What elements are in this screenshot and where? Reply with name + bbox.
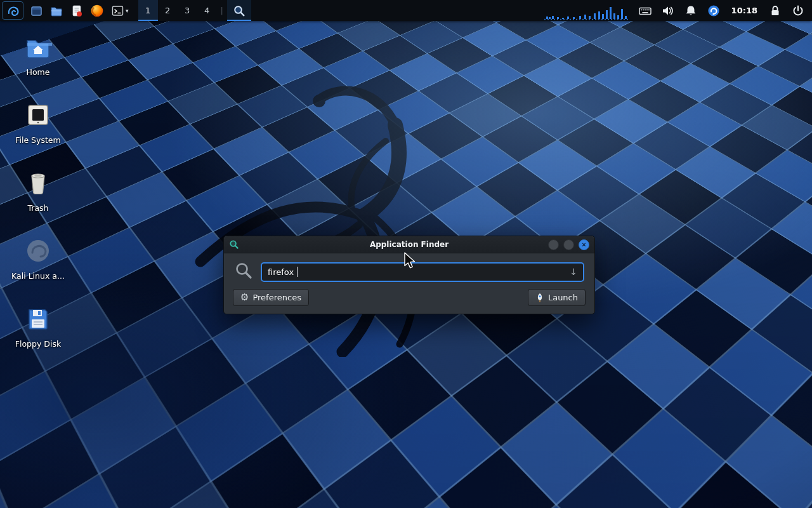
desktop-icon-label: Home [27,67,50,77]
desktop-icon-trash[interactable]: Trash [5,166,71,224]
volume-button[interactable] [657,0,679,21]
cpu-graph-icon [544,6,630,21]
gear-icon: ⚙ [240,293,249,302]
application-finder-window: Application Finder × firefox [223,236,595,314]
launch-label: Launch [548,293,578,302]
home-folder-icon [24,30,52,64]
document-icon [70,4,84,18]
trash-icon [25,166,51,199]
floppy-disk-icon [25,302,51,335]
lock-icon [768,4,782,18]
firefox-icon [90,4,104,18]
window-launcher-button[interactable] [26,0,46,21]
kali-docs-icon [25,234,51,267]
minimize-button[interactable] [548,239,559,250]
close-button[interactable]: × [579,239,589,250]
power-icon [791,4,805,18]
workspace-label: 1 [145,6,150,15]
desktop-icon-kali-docs[interactable]: Kali Linux a... [5,234,71,292]
desktop-icons: Home File System Trash [5,30,71,370]
folder-icon [49,4,63,18]
clock[interactable]: 10:18 [725,0,764,21]
preferences-label: Preferences [252,293,301,302]
workspace-label: 3 [185,6,190,15]
finder-titlebar[interactable]: Application Finder × [224,236,594,253]
lock-button[interactable] [764,0,787,21]
power-button[interactable] [787,0,809,21]
entry-drop-down-icon[interactable]: ↓ [570,267,577,277]
speaker-icon [661,4,675,18]
desktop-root: Home File System Trash [0,0,812,508]
workspace-3[interactable]: 3 [178,0,197,21]
desktop-icon-label: File System [15,135,61,145]
updates-button[interactable] [702,0,725,21]
text-caret [297,267,298,277]
keyboard-icon [638,4,652,18]
update-icon [707,4,721,18]
notifications-button[interactable] [679,0,702,21]
terminal-launcher[interactable]: ▾ [107,0,132,21]
system-load-graph[interactable] [540,0,634,21]
magnifier-icon [233,4,246,17]
workspace-switcher: 1 2 3 4 [138,0,217,21]
window-title: Application Finder [224,240,594,249]
search-icon [234,261,253,283]
kali-menu-button[interactable] [2,1,23,20]
desktop-icon-label: Kali Linux a... [11,271,65,281]
preferences-button[interactable]: ⚙ Preferences [233,289,309,306]
window-icon [29,4,43,18]
kali-logo-icon [6,4,20,18]
mouse-cursor [403,252,417,271]
close-icon: × [582,241,586,248]
bell-icon [684,4,698,18]
terminal-icon [110,4,124,18]
desktop-icon-home[interactable]: Home [5,30,71,88]
firefox-launcher[interactable] [87,0,107,21]
top-panel: ▾ 1 2 3 4 | [0,0,812,21]
chevron-down-icon: ▾ [126,8,129,14]
desktop-icon-label: Floppy Disk [15,339,61,349]
search-input-value: firefox [268,267,294,277]
text-editor-launcher[interactable] [67,0,87,21]
workspace-4[interactable]: 4 [197,0,217,21]
launch-button[interactable]: Launch [528,289,586,306]
workspace-2[interactable]: 2 [158,0,178,21]
window-controls: × [548,239,589,250]
search-input[interactable]: firefox ↓ [261,262,584,282]
application-finder-icon [229,239,239,250]
file-manager-launcher[interactable] [46,0,67,21]
workspace-label: 2 [165,6,170,15]
maximize-button[interactable] [563,239,574,250]
launch-rocket-icon [535,293,544,303]
workspace-1[interactable]: 1 [138,0,158,21]
file-system-icon [25,98,51,131]
panel-separator: | [221,6,223,15]
desktop-icon-floppy[interactable]: Floppy Disk [5,302,71,360]
clock-time: 10:18 [731,6,757,15]
workspace-label: 4 [204,6,209,15]
desktop-icon-label: Trash [27,203,48,213]
taskbar-application-finder[interactable] [227,0,251,21]
desktop-icon-file-system[interactable]: File System [5,98,71,156]
keyboard-button[interactable] [634,0,657,21]
